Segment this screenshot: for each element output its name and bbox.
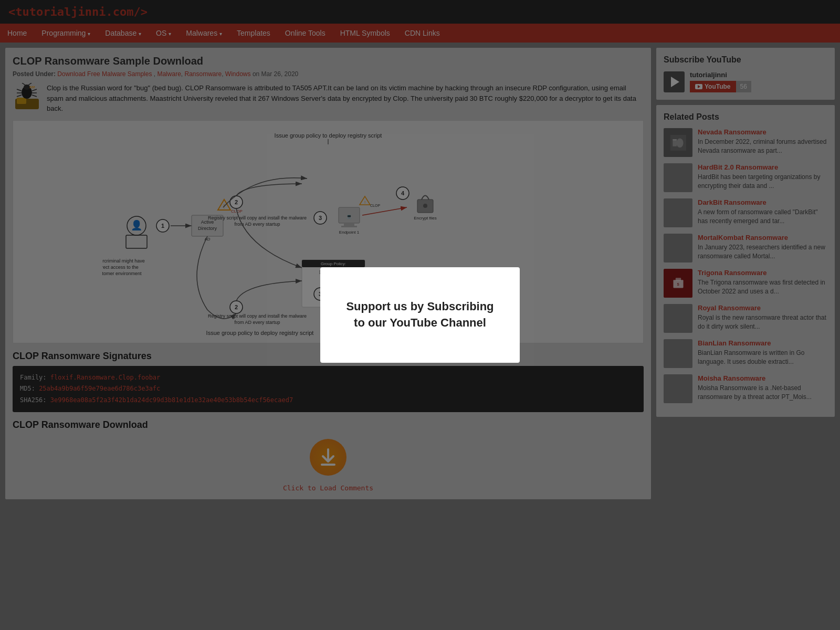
- overlay-text: Support us by Subscribing to our YouTube…: [341, 299, 499, 331]
- youtube-overlay[interactable]: Support us by Subscribing to our YouTube…: [0, 0, 840, 505]
- overlay-box: Support us by Subscribing to our YouTube…: [320, 267, 520, 363]
